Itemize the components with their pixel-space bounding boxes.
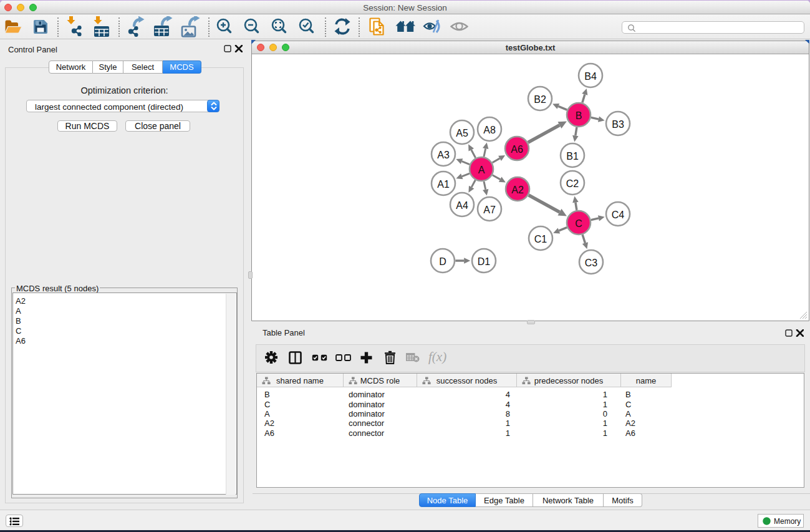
svg-text:A6: A6 — [511, 144, 523, 155]
svg-text:D1: D1 — [478, 256, 491, 267]
svg-text:A5: A5 — [456, 128, 468, 138]
svg-text:B2: B2 — [534, 94, 546, 105]
svg-text:A4: A4 — [456, 200, 468, 211]
svg-text:B3: B3 — [612, 119, 624, 130]
svg-text:C: C — [575, 218, 582, 229]
svg-text:C2: C2 — [566, 178, 579, 189]
svg-text:B4: B4 — [584, 71, 597, 82]
svg-text:A3: A3 — [437, 150, 450, 160]
svg-text:C3: C3 — [585, 258, 598, 268]
svg-text:A7: A7 — [483, 205, 496, 215]
svg-text:A2: A2 — [511, 185, 524, 195]
svg-text:B: B — [576, 110, 582, 121]
svg-text:A: A — [478, 165, 485, 175]
svg-text:D: D — [439, 256, 446, 267]
svg-text:A1: A1 — [437, 179, 450, 190]
svg-text:C4: C4 — [612, 210, 625, 220]
svg-text:C1: C1 — [534, 234, 547, 244]
svg-text:A8: A8 — [483, 125, 496, 135]
svg-text:B1: B1 — [566, 151, 579, 162]
